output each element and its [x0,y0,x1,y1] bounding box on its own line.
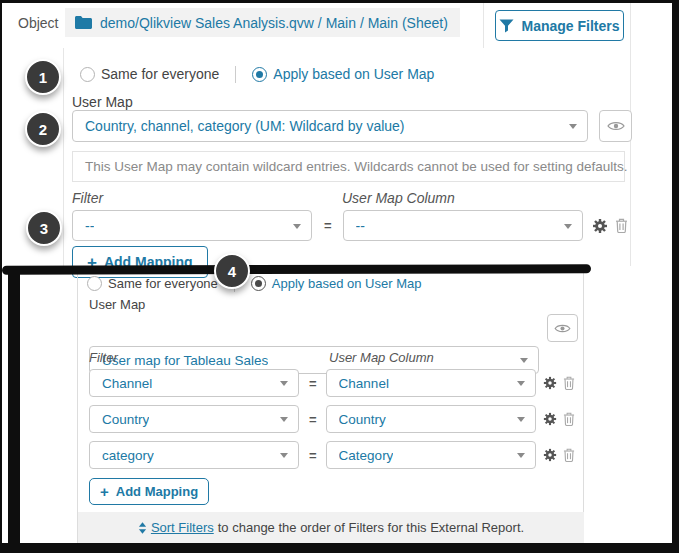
folder-icon [75,16,92,29]
equals-sign: = [309,448,317,463]
callout-3: 3 [26,210,62,246]
filter-select[interactable]: -- [72,210,312,241]
chevron-down-icon [520,358,528,363]
user-map-column-select-value: Country [339,412,386,427]
same-for-everyone-radio[interactable] [87,276,102,291]
trash-icon[interactable] [615,218,628,233]
user-map-select-value: Country, channel, category (UM: Wildcard… [85,118,405,134]
user-map-field-label: User Map [72,94,133,110]
user-map-column-select[interactable]: -- [343,210,583,241]
preview-user-map-button[interactable] [599,110,632,142]
user-map-column-select-value: Category [339,448,394,463]
add-mapping-button[interactable]: + Add Mapping [89,478,209,505]
same-for-everyone-label[interactable]: Same for everyone [108,276,218,291]
top-panel-left-border [63,48,64,266]
callout-1: 1 [25,59,61,95]
filter-select-value: -- [85,218,94,234]
user-map-column-select-value: Channel [339,376,389,391]
filter-select[interactable]: Country [89,405,299,433]
equals-sign: = [309,376,317,391]
user-map-field-label: User Map [89,297,145,312]
chevron-down-icon [280,381,288,386]
mapping-row: category = Category [89,441,575,469]
apply-user-map-label[interactable]: Apply based on User Map [273,66,434,82]
manage-filters-button[interactable]: Manage Filters [495,10,624,41]
apply-user-map-radio[interactable] [251,276,266,291]
user-map-column-header: User Map Column [342,190,455,206]
equals-sign: = [324,218,332,233]
annotation-divider-line [2,264,591,275]
eye-icon [554,323,571,334]
apply-user-map-radio[interactable] [252,67,267,82]
mapping-row: -- = -- [72,210,628,241]
user-map-column-select[interactable]: Country [326,405,536,433]
gear-icon[interactable] [543,412,557,426]
chevron-down-icon [569,124,577,129]
chevron-down-icon [517,417,525,422]
user-map-column-select-value: -- [356,218,365,234]
sort-filters-text: to change the order of Filters for this … [218,520,524,535]
sort-filters-link[interactable]: Sort Filters [151,520,214,535]
user-map-column-select[interactable]: Category [326,441,536,469]
sort-filters-strip: Sort Filters to change the order of Filt… [78,512,584,543]
filter-select[interactable]: Channel [89,369,299,397]
add-mapping-label: Add Mapping [116,484,198,499]
preview-user-map-button[interactable] [547,314,578,342]
manage-filters-label: Manage Filters [521,18,619,34]
trash-icon[interactable] [563,412,575,426]
filter-select-value: Country [102,412,149,427]
callout-4: 4 [214,253,250,289]
object-path: demo/Qlikview Sales Analysis.qvw / Main … [100,15,448,31]
user-map-select[interactable]: Country, channel, category (UM: Wildcard… [72,110,588,142]
trash-icon[interactable] [563,376,575,390]
trash-icon[interactable] [563,448,575,462]
filter-funnel-icon [499,19,514,33]
filter-select-value: category [102,448,154,463]
mapping-row: Country = Country [89,405,575,433]
plus-icon: + [100,484,109,499]
chevron-down-icon [280,417,288,422]
chevron-down-icon [280,453,288,458]
wildcard-warning-text: This User Map may contain wildcard entri… [85,159,628,174]
filter-select[interactable]: category [89,441,299,469]
user-map-column-select[interactable]: Channel [326,369,536,397]
user-map-select-value: User map for Tableau Sales [102,353,268,368]
eye-icon [607,120,625,132]
chevron-down-icon [517,453,525,458]
equals-sign: = [309,412,317,427]
wildcard-warning: This User Map may contain wildcard entri… [72,151,625,182]
header-separator [483,3,484,48]
gear-icon[interactable] [592,218,608,234]
same-for-everyone-radio[interactable] [80,67,95,82]
top-default-mode-radios: Same for everyone Apply based on User Ma… [80,64,434,84]
radio-separator [235,66,236,83]
chevron-down-icon [293,224,301,229]
sort-arrows-icon [138,522,147,534]
filter-select-value: Channel [102,376,152,391]
object-path-bar: demo/Qlikview Sales Analysis.qvw / Main … [65,8,460,37]
mapping-row: Channel = Channel [89,369,575,397]
chevron-down-icon [564,224,572,229]
gear-icon[interactable] [543,376,557,390]
filter-column-header: Filter [89,350,118,365]
gear-icon[interactable] [543,448,557,462]
bottom-default-mode-radios: Same for everyone Apply based on User Ma… [87,274,421,292]
annotation-left-line [8,266,20,543]
callout-2: 2 [25,111,61,147]
annotated-filter-settings-screenshot: Object demo/Qlikview Sales Analysis.qvw … [0,0,679,553]
same-for-everyone-label[interactable]: Same for everyone [101,66,219,82]
apply-user-map-label[interactable]: Apply based on User Map [272,276,422,291]
chevron-down-icon [517,381,525,386]
filter-column-header: Filter [72,190,103,206]
user-map-column-header: User Map Column [329,350,434,365]
object-label: Object [18,15,58,31]
